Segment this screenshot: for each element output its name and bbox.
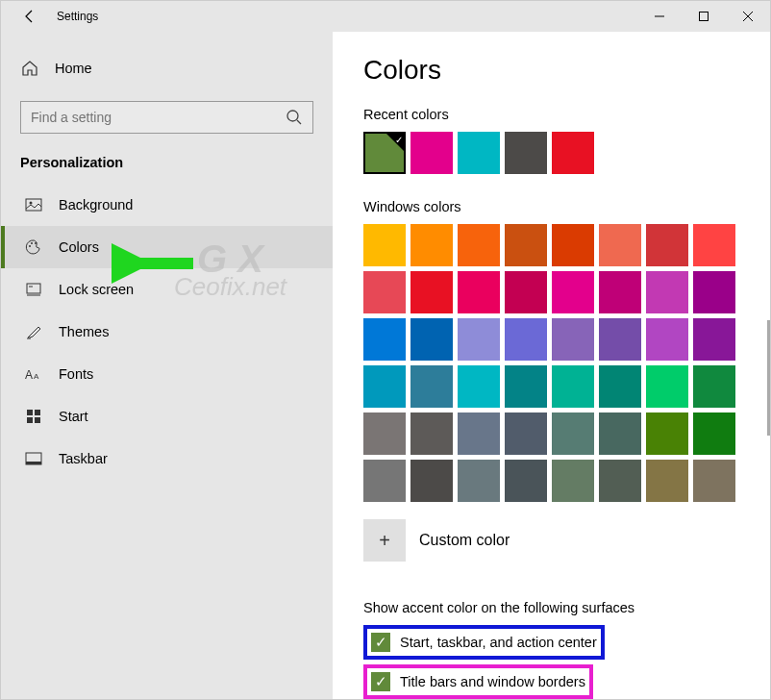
color-swatch[interactable] bbox=[599, 460, 641, 502]
recent-color-swatch[interactable] bbox=[505, 132, 547, 174]
sidebar-item-label: Fonts bbox=[59, 366, 93, 382]
lock-grid-icon bbox=[24, 280, 43, 299]
window-title: Settings bbox=[57, 10, 98, 23]
checkmark-icon: ✓ bbox=[395, 135, 403, 145]
surface-option-label: Start, taskbar, and action center bbox=[400, 635, 597, 650]
plus-icon: + bbox=[363, 519, 406, 562]
sidebar-item-taskbar[interactable]: Taskbar bbox=[1, 438, 333, 480]
svg-rect-17 bbox=[27, 410, 33, 415]
home-button[interactable]: Home bbox=[1, 53, 333, 84]
color-swatch[interactable] bbox=[363, 224, 406, 266]
surface-checkbox-1[interactable]: ✓Title bars and window borders bbox=[363, 664, 593, 699]
minimize-button[interactable] bbox=[637, 1, 682, 32]
color-swatch[interactable] bbox=[552, 318, 594, 361]
color-swatch[interactable] bbox=[599, 318, 641, 361]
color-swatch[interactable] bbox=[552, 460, 594, 502]
search-input[interactable] bbox=[31, 110, 286, 125]
color-swatch[interactable] bbox=[552, 365, 594, 408]
color-swatch[interactable] bbox=[363, 365, 406, 408]
color-swatch[interactable] bbox=[599, 224, 641, 266]
color-swatch[interactable] bbox=[410, 460, 453, 502]
color-swatch[interactable] bbox=[458, 318, 500, 361]
color-swatch[interactable] bbox=[458, 412, 500, 455]
svg-point-4 bbox=[287, 111, 298, 121]
color-swatch[interactable] bbox=[458, 365, 500, 408]
color-swatch[interactable] bbox=[410, 271, 453, 313]
color-swatch[interactable] bbox=[552, 412, 594, 455]
recent-color-swatch[interactable] bbox=[552, 132, 594, 174]
sidebar-item-themes[interactable]: Themes bbox=[1, 311, 333, 353]
surface-checkbox-0[interactable]: ✓Start, taskbar, and action center bbox=[363, 625, 605, 660]
palette-icon bbox=[24, 238, 43, 257]
color-swatch[interactable] bbox=[363, 460, 406, 502]
sidebar-item-lock-screen[interactable]: Lock screen bbox=[1, 268, 333, 311]
color-swatch[interactable] bbox=[410, 224, 453, 266]
color-swatch[interactable] bbox=[505, 318, 547, 361]
page-heading: Colors bbox=[363, 55, 770, 86]
color-swatch[interactable] bbox=[505, 365, 547, 408]
search-box[interactable] bbox=[20, 101, 313, 134]
color-swatch[interactable] bbox=[410, 318, 453, 361]
color-swatch[interactable] bbox=[505, 271, 547, 313]
sidebar-item-background[interactable]: Background bbox=[1, 184, 333, 226]
color-swatch[interactable] bbox=[693, 460, 735, 502]
svg-point-9 bbox=[31, 242, 33, 244]
color-swatch[interactable] bbox=[410, 365, 453, 408]
sidebar-item-label: Themes bbox=[59, 324, 109, 339]
color-swatch[interactable] bbox=[646, 412, 688, 455]
section-title: Personalization bbox=[1, 145, 333, 184]
svg-point-7 bbox=[30, 202, 33, 205]
sidebar-item-colors[interactable]: Colors bbox=[1, 226, 333, 268]
color-swatch[interactable] bbox=[363, 318, 406, 361]
recent-colors-label: Recent colors bbox=[363, 107, 770, 122]
sidebar-item-start[interactable]: Start bbox=[1, 395, 333, 438]
search-icon bbox=[286, 109, 303, 126]
sidebar-item-label: Start bbox=[59, 409, 88, 424]
custom-color-label: Custom color bbox=[419, 532, 510, 549]
color-swatch[interactable] bbox=[693, 365, 735, 408]
color-swatch[interactable] bbox=[410, 412, 453, 455]
color-swatch[interactable] bbox=[505, 460, 547, 502]
color-swatch[interactable] bbox=[646, 271, 688, 313]
color-swatch[interactable] bbox=[505, 412, 547, 455]
svg-rect-22 bbox=[26, 462, 41, 464]
color-swatch[interactable] bbox=[693, 224, 735, 266]
color-swatch[interactable] bbox=[646, 318, 688, 361]
color-swatch[interactable] bbox=[458, 271, 500, 313]
color-swatch[interactable] bbox=[363, 271, 406, 313]
recent-color-swatch[interactable] bbox=[410, 132, 453, 174]
color-swatch[interactable] bbox=[599, 412, 641, 455]
color-swatch[interactable] bbox=[646, 224, 688, 266]
color-swatch[interactable] bbox=[599, 365, 641, 408]
color-swatch[interactable] bbox=[552, 224, 594, 266]
paintbrush-icon bbox=[24, 322, 43, 341]
surfaces-heading: Show accent color on the following surfa… bbox=[363, 600, 770, 615]
start-icon bbox=[24, 407, 43, 426]
recent-color-swatch[interactable]: ✓ bbox=[363, 132, 406, 174]
color-swatch[interactable] bbox=[599, 271, 641, 313]
color-swatch[interactable] bbox=[363, 412, 406, 455]
custom-color-button[interactable]: + Custom color bbox=[363, 519, 770, 562]
svg-line-5 bbox=[297, 120, 301, 124]
sidebar-item-label: Background bbox=[59, 197, 133, 212]
back-button[interactable] bbox=[14, 1, 45, 32]
color-swatch[interactable] bbox=[552, 271, 594, 313]
recent-color-swatch[interactable] bbox=[458, 132, 500, 174]
color-swatch[interactable] bbox=[646, 460, 688, 502]
color-swatch[interactable] bbox=[458, 224, 500, 266]
color-swatch[interactable] bbox=[693, 271, 735, 313]
sidebar: Home Personalization BackgroundColorsLoc… bbox=[1, 32, 333, 699]
color-swatch[interactable] bbox=[646, 365, 688, 408]
color-swatch[interactable] bbox=[458, 460, 500, 502]
scrollbar[interactable] bbox=[767, 320, 770, 436]
windows-colors-label: Windows colors bbox=[363, 199, 770, 214]
color-swatch[interactable] bbox=[505, 224, 547, 266]
svg-rect-19 bbox=[27, 417, 33, 423]
sidebar-item-fonts[interactable]: AAFonts bbox=[1, 353, 333, 395]
close-button[interactable] bbox=[726, 1, 770, 32]
color-swatch[interactable] bbox=[693, 318, 735, 361]
svg-point-10 bbox=[35, 242, 37, 244]
maximize-button[interactable] bbox=[682, 1, 726, 32]
svg-rect-18 bbox=[35, 410, 40, 415]
color-swatch[interactable] bbox=[693, 412, 735, 455]
